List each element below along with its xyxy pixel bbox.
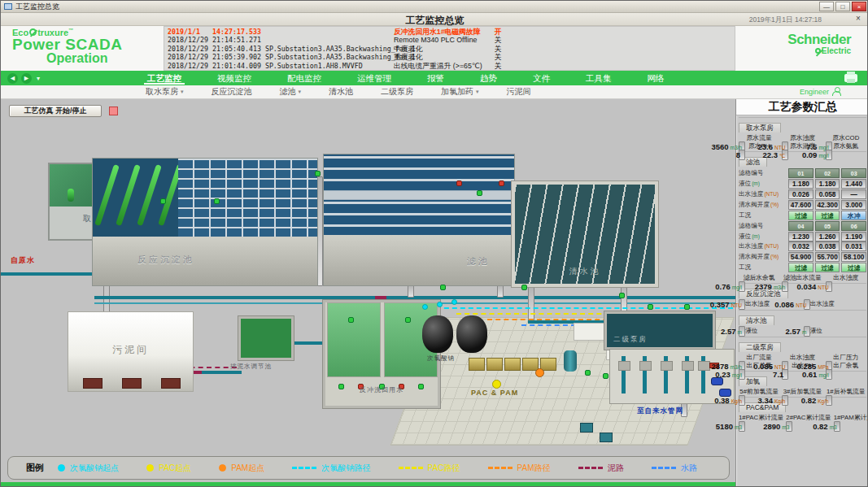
- secondary-pump-house-tank[interactable]: 二级泵房: [604, 311, 715, 350]
- section-tab-secondary[interactable]: 二级泵房: [739, 342, 781, 352]
- alarm-row[interactable]: 2018/12/29 21:14:51.271Remote M340 PLC O…: [168, 36, 731, 44]
- naclo-tank[interactable]: [422, 315, 453, 353]
- filter-cell: 0.026: [788, 189, 813, 199]
- alarm-message: 重度老化: [394, 53, 490, 61]
- app-icon: [4, 3, 12, 10]
- filter-cell: 47.600: [788, 200, 813, 210]
- nav-menu-item[interactable]: 工艺监控: [129, 72, 199, 85]
- parameter-value-box: 0.23mg/l: [739, 369, 745, 380]
- sub-nav-bar: 取水泵房▾ 反应沉淀池▾ 滤池▾ 清水池▾ 二级泵房▾ 加氯加药▾ 污泥间▾ E…: [1, 85, 868, 99]
- valve-icon[interactable]: [619, 293, 625, 298]
- valve-icon[interactable]: [477, 190, 482, 196]
- subnav-tab[interactable]: 清水池▾: [329, 86, 353, 98]
- parameter-value-box: 0.38Kg/h: [739, 395, 745, 406]
- filter-tank[interactable]: 滤池: [323, 154, 515, 286]
- regulating-pond[interactable]: [238, 316, 294, 360]
- parameter-label: 1#PAM累计流量: [834, 414, 868, 421]
- subnav-tab[interactable]: 反应沉淀池▾: [212, 86, 252, 98]
- parameter-label: 2#PAC累计流量: [786, 414, 831, 421]
- section-tab-clearwell[interactable]: 清水池: [739, 315, 774, 325]
- nav-menu-item[interactable]: 文件: [515, 72, 568, 85]
- alarm-time: 2018/12/29 21:01:44.009 SP.Substation1.A…: [168, 62, 394, 70]
- nav-menu-item[interactable]: 工具集: [568, 72, 630, 85]
- parameter-value: 0.76: [715, 282, 731, 292]
- main-nav-bar: ◄ ► ▾ 工艺监控 视频监控 配电监控 运维管理 报警 趋势 文件 工具集 网…: [1, 71, 868, 85]
- valve-icon[interactable]: [684, 304, 690, 310]
- naclo-start-point-icon: [437, 302, 443, 307]
- parameter-label: 出厂压力: [826, 354, 866, 361]
- subnav-tab[interactable]: 污泥间▾: [507, 86, 531, 98]
- legend-item: 次氯酸钠路径: [292, 463, 370, 474]
- alarm-row[interactable]: 2018/12/29 21:05:40.413 SP.Substation3.A…: [168, 45, 731, 53]
- nav-menu-item[interactable]: 网络: [630, 72, 683, 85]
- alarm-time: 2018/12/29 21:05:39.902 SP.Substation3.A…: [168, 53, 394, 61]
- section-tab-intake[interactable]: 取水泵房: [739, 123, 781, 133]
- alarm-state: 关: [490, 62, 506, 70]
- valve-icon[interactable]: [214, 198, 220, 204]
- schneider-glyph-icon: [815, 48, 821, 54]
- parameter-label: 出水浊度: [826, 274, 866, 281]
- page-close-icon[interactable]: ×: [853, 14, 864, 23]
- valve-icon[interactable]: [440, 285, 446, 290]
- subnav-tab-label: 二级泵房: [381, 86, 413, 98]
- backwash-reuse-pools[interactable]: 反冲洗回用水: [323, 300, 440, 408]
- parameter-box: 2#出水浊度0.086NTU: [804, 300, 867, 308]
- nav-menu-item[interactable]: 报警: [409, 72, 462, 85]
- parameter-value-box: 0.82Kg/h: [826, 395, 832, 406]
- legend-title: 图例: [26, 462, 44, 474]
- parameter-box: 原水COD7.5mg/l: [826, 134, 866, 141]
- valve-icon[interactable]: [456, 180, 462, 186]
- close-button[interactable]: ×: [852, 2, 866, 11]
- header-band: Ecotruxure™ Power SCADA Operation 2019/1…: [1, 26, 868, 71]
- reaction-sedimentation-tank[interactable]: 反应沉淀池: [92, 158, 318, 286]
- parameter-value: 0.086: [774, 300, 794, 310]
- valve-icon[interactable]: [648, 304, 653, 310]
- filter-cell: 0.031: [841, 241, 866, 251]
- pac-pam-area[interactable]: [469, 358, 571, 387]
- subnav-tab[interactable]: 取水泵房▾: [146, 86, 184, 98]
- parameter-unit: mg/l: [818, 372, 828, 378]
- alarm-row[interactable]: 2018/12/29 21:01:44.009 SP.Substation1.A…: [168, 62, 731, 70]
- nav-menu-item[interactable]: 趋势: [462, 72, 515, 85]
- nav-menu-item[interactable]: 视频监控: [199, 72, 269, 85]
- filter-cell: 04: [788, 221, 813, 231]
- nav-back-button[interactable]: ◄: [7, 73, 18, 84]
- nav-menu-item[interactable]: 配电监控: [269, 72, 339, 85]
- nav-menu-item[interactable]: 运维管理: [339, 72, 409, 85]
- alarm-row[interactable]: 2019/1/1 14:27:17.533反冲洗回用水1#电磁阀故障开: [168, 28, 731, 36]
- clear-water-pool[interactable]: 清水池: [512, 181, 658, 287]
- valve-icon[interactable]: [499, 180, 504, 186]
- minimize-button[interactable]: —: [819, 2, 834, 11]
- pam-start-point-icon: [535, 368, 544, 377]
- parameter-label: 出厂流量: [739, 354, 779, 361]
- alarm-row[interactable]: 2018/12/29 21:05:39.902 SP.Substation3.A…: [168, 53, 731, 61]
- simulation-start-stop-button[interactable]: 工艺仿真 开始/停止: [9, 105, 102, 117]
- parameter-unit: Kg/h: [774, 398, 785, 404]
- valve-icon[interactable]: [160, 198, 166, 204]
- parameter-value: 2.57: [786, 327, 801, 337]
- parameter-value-box: 22.3℃: [782, 150, 788, 160]
- nav-forward-button[interactable]: ►: [21, 73, 32, 84]
- nav-history-caret-icon[interactable]: ▾: [37, 75, 40, 82]
- parameter-unit: mg/l: [732, 372, 742, 378]
- sludge-route-marker: [375, 296, 386, 299]
- subnav-tab[interactable]: 二级泵房▾: [381, 86, 413, 98]
- sludge-house[interactable]: 污泥间: [68, 311, 194, 392]
- valve-icon[interactable]: [315, 171, 321, 176]
- filter-table-row: 工况过滤过滤过滤: [739, 263, 866, 272]
- maximize-button[interactable]: □: [835, 2, 850, 11]
- printer-icon[interactable]: [844, 74, 857, 82]
- alarm-message: Remote M340 PLC Offline: [394, 36, 490, 44]
- alarm-state: 关: [490, 45, 506, 53]
- user-badge[interactable]: Engineer: [800, 87, 841, 96]
- subnav-tab[interactable]: 加氯加药▾: [441, 86, 479, 98]
- filter-cell: 过滤: [815, 211, 840, 220]
- filter-row-label: 清水阀开度(%): [739, 253, 787, 261]
- legend-item-label: 水路: [681, 463, 697, 474]
- filter-row-label: 滤格编号: [739, 169, 787, 177]
- subnav-tab[interactable]: 滤池▾: [280, 86, 302, 98]
- naclo-tank[interactable]: [456, 315, 487, 353]
- filter-label: 滤池: [467, 255, 490, 267]
- valve-icon[interactable]: [521, 285, 527, 290]
- process-parameter-panel: 工艺参数汇总 取水泵房 原水流量3560m3/h 原水浊度23.6NTU 原水C…: [735, 99, 868, 487]
